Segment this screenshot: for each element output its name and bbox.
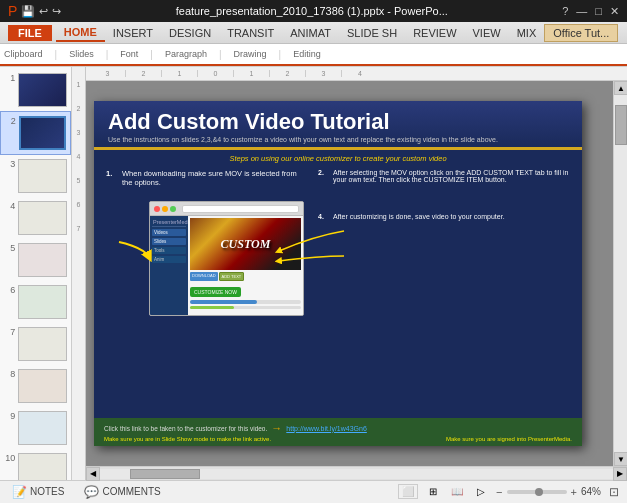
- tab-animat[interactable]: ANIMAT: [282, 25, 339, 41]
- ribbon-content: Clipboard | Slides | Font | Paragraph | …: [0, 44, 627, 66]
- tab-insert[interactable]: INSERT: [105, 25, 161, 41]
- maximize-btn[interactable]: □: [595, 5, 602, 18]
- canvas-area[interactable]: Add Custom Video Tutorial Use the instru…: [86, 81, 613, 466]
- ribbon-divider-2: |: [106, 49, 109, 60]
- zoom-out-btn[interactable]: −: [496, 486, 502, 498]
- slide-img-2: [19, 116, 66, 150]
- slides-panel: 1 2 3 4 5 6 7: [0, 67, 72, 480]
- ribbon-divider-3: |: [150, 49, 153, 60]
- step-1-num: 1.: [106, 169, 118, 187]
- ribbon-divider-1: |: [55, 49, 58, 60]
- slideshow-btn[interactable]: ▷: [474, 485, 488, 498]
- scroll-right-btn[interactable]: ▶: [613, 467, 627, 481]
- window-title: feature_presentation_2010_17386 (1).pptx…: [61, 5, 562, 17]
- slide-sorter-btn[interactable]: ⊞: [426, 485, 440, 498]
- slide-img-10: [18, 453, 67, 480]
- zoom-in-btn[interactable]: +: [571, 486, 577, 498]
- comments-button[interactable]: 💬 COMMENTS: [80, 483, 164, 501]
- canvas-and-scrollbar: Add Custom Video Tutorial Use the instru…: [86, 81, 627, 466]
- slide-thumb-5[interactable]: 5: [0, 239, 71, 281]
- tab-transit[interactable]: TRANSIT: [219, 25, 282, 41]
- redo-btn[interactable]: ↪: [52, 5, 61, 18]
- tab-view[interactable]: VIEW: [465, 25, 509, 41]
- left-panel: 1 2 3 4 5 6 7: [0, 67, 86, 480]
- save-qat-btn[interactable]: 💾: [21, 5, 35, 18]
- step-4-text: After customizing is done, save video to…: [333, 213, 505, 220]
- slide-img-3: [18, 159, 67, 193]
- slide-thumb-6[interactable]: 6: [0, 281, 71, 323]
- notes-label: NOTES: [30, 486, 64, 497]
- step-1: 1. When downloading make sure MOV is sel…: [106, 169, 308, 187]
- browser-sidebar: PresenterMedia Videos Slides Tools Anim: [150, 216, 188, 315]
- comments-icon: 💬: [84, 485, 99, 499]
- steps-heading: Steps on using our online customizer to …: [94, 150, 582, 163]
- help-btn[interactable]: ?: [562, 5, 568, 18]
- slide-num-4: 4: [4, 201, 15, 211]
- scroll-up-btn[interactable]: ▲: [614, 81, 627, 95]
- main-area: 1 2 3 4 5 6 7: [0, 67, 627, 480]
- fit-slide-btn[interactable]: ⊡: [609, 485, 619, 499]
- slide-img-1: [18, 73, 67, 107]
- slide-thumb-10[interactable]: 10: [0, 449, 71, 480]
- status-left: 📝 NOTES 💬 COMMENTS: [8, 483, 165, 501]
- status-bar: 📝 NOTES 💬 COMMENTS ⬜ ⊞ 📖 ▷ − + 64% ⊡: [0, 480, 627, 502]
- slide-img-5: [18, 243, 67, 277]
- slide-thumb-4[interactable]: 4: [0, 197, 71, 239]
- app-icon: P: [8, 3, 17, 19]
- slide-link: http://www.bit.ly/1w43Gn6: [286, 425, 367, 432]
- tab-mix[interactable]: MIX: [509, 25, 545, 41]
- slide-thumb-9[interactable]: 9: [0, 407, 71, 449]
- normal-view-btn[interactable]: ⬜: [398, 484, 418, 499]
- slide-thumb-1[interactable]: 1: [0, 69, 71, 111]
- slide-canvas[interactable]: Add Custom Video Tutorial Use the instru…: [94, 101, 582, 446]
- scroll-down-btn[interactable]: ▼: [614, 452, 627, 466]
- slide-num-3: 3: [4, 159, 15, 169]
- slide-thumb-8[interactable]: 8: [0, 365, 71, 407]
- slide-thumb-2[interactable]: 2: [0, 111, 71, 155]
- ribbon-group-font: Font: [120, 49, 138, 59]
- v-ruler-mark-2: 2: [77, 105, 81, 129]
- window-controls: ? — □ ✕: [562, 5, 619, 18]
- notes-button[interactable]: 📝 NOTES: [8, 483, 68, 501]
- tab-home[interactable]: HOME: [56, 24, 105, 42]
- step-2: 2. After selecting the MOV option click …: [318, 169, 574, 183]
- canvas-wrapper: 3 2 1 0 1 2 3 4 Add Custom Video Tutoria…: [86, 67, 627, 480]
- scroll-left-btn[interactable]: ◀: [86, 467, 100, 481]
- slide-num-10: 10: [4, 453, 15, 463]
- v-ruler: 1 2 3 4 5 6 7: [72, 67, 86, 480]
- zoom-level: 64%: [581, 486, 601, 497]
- slide-num-6: 6: [4, 285, 15, 295]
- zoom-thumb[interactable]: [535, 488, 543, 496]
- tab-slideshow[interactable]: SLIDE SH: [339, 25, 405, 41]
- v-ruler-mark-5: 5: [77, 177, 81, 201]
- scroll-track-v: [614, 95, 627, 452]
- ribbon-top: FILE HOME INSERT DESIGN TRANSIT ANIMAT S…: [0, 22, 627, 44]
- quick-access-toolbar: P 💾 ↩ ↪: [8, 3, 61, 19]
- ribbon-group-clipboard: Clipboard: [4, 49, 43, 59]
- slide-thumb-3[interactable]: 3: [0, 155, 71, 197]
- slide-thumb-7[interactable]: 7: [0, 323, 71, 365]
- customize-btn: CUSTOMIZE NOW: [190, 287, 241, 297]
- tab-design[interactable]: DESIGN: [161, 25, 219, 41]
- file-button[interactable]: FILE: [8, 25, 52, 41]
- h-scrollbar[interactable]: ◀ ▶: [86, 466, 627, 480]
- slide-link-text: Click this link to be taken to the custo…: [104, 425, 267, 432]
- zoom-slider[interactable]: [507, 490, 567, 494]
- scroll-thumb-v[interactable]: [615, 105, 627, 145]
- tab-office-tutor[interactable]: Office Tut...: [544, 24, 618, 42]
- close-btn[interactable]: ✕: [610, 5, 619, 18]
- browser-bar: [150, 202, 303, 216]
- tab-review[interactable]: REVIEW: [405, 25, 464, 41]
- minimize-btn[interactable]: —: [576, 5, 587, 18]
- slide-arrow-icon: →: [271, 422, 282, 434]
- v-scrollbar[interactable]: ▲ ▼: [613, 81, 627, 466]
- slide-img-8: [18, 369, 67, 403]
- status-right: ⬜ ⊞ 📖 ▷ − + 64% ⊡: [398, 484, 619, 499]
- h-scroll-thumb[interactable]: [130, 469, 200, 479]
- step-2-text: After selecting the MOV option click on …: [333, 169, 574, 183]
- title-bar: P 💾 ↩ ↪ feature_presentation_2010_17386 …: [0, 0, 627, 22]
- slide-subtitle: Use the instructions on slides 2,3,&4 to…: [108, 136, 568, 143]
- undo-btn[interactable]: ↩: [39, 5, 48, 18]
- reading-view-btn[interactable]: 📖: [448, 485, 466, 498]
- slide-body: 1. When downloading make sure MOV is sel…: [94, 163, 582, 363]
